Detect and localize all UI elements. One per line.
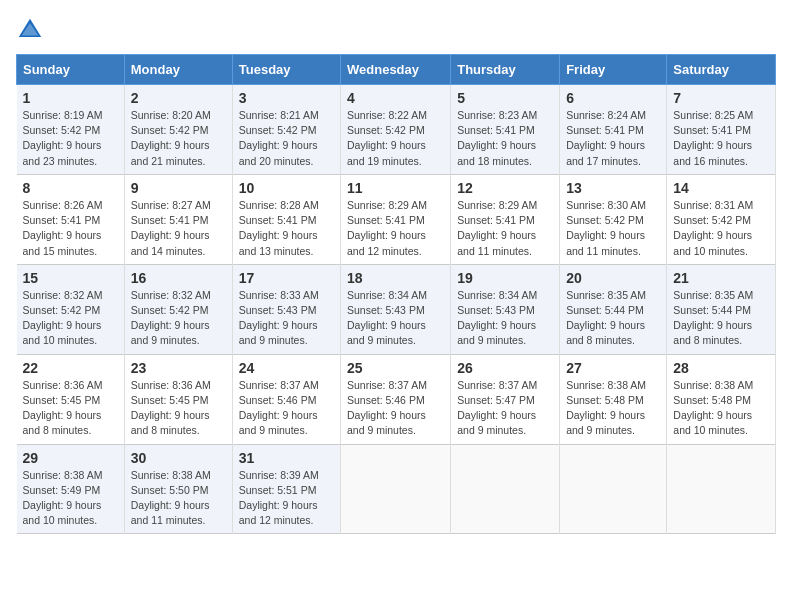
calendar-cell — [560, 444, 667, 534]
calendar-cell: 27Sunrise: 8:38 AM Sunset: 5:48 PM Dayli… — [560, 354, 667, 444]
day-number: 4 — [347, 90, 444, 106]
day-info: Sunrise: 8:37 AM Sunset: 5:46 PM Dayligh… — [239, 378, 334, 439]
weekday-header-saturday: Saturday — [667, 55, 776, 85]
calendar-cell: 26Sunrise: 8:37 AM Sunset: 5:47 PM Dayli… — [451, 354, 560, 444]
calendar-cell: 24Sunrise: 8:37 AM Sunset: 5:46 PM Dayli… — [232, 354, 340, 444]
day-number: 22 — [23, 360, 118, 376]
day-info: Sunrise: 8:28 AM Sunset: 5:41 PM Dayligh… — [239, 198, 334, 259]
calendar-cell: 7Sunrise: 8:25 AM Sunset: 5:41 PM Daylig… — [667, 85, 776, 175]
weekday-header-monday: Monday — [124, 55, 232, 85]
day-number: 7 — [673, 90, 769, 106]
calendar-cell: 28Sunrise: 8:38 AM Sunset: 5:48 PM Dayli… — [667, 354, 776, 444]
calendar-cell: 6Sunrise: 8:24 AM Sunset: 5:41 PM Daylig… — [560, 85, 667, 175]
calendar-cell: 18Sunrise: 8:34 AM Sunset: 5:43 PM Dayli… — [341, 264, 451, 354]
calendar-cell: 13Sunrise: 8:30 AM Sunset: 5:42 PM Dayli… — [560, 174, 667, 264]
calendar-cell: 10Sunrise: 8:28 AM Sunset: 5:41 PM Dayli… — [232, 174, 340, 264]
day-info: Sunrise: 8:25 AM Sunset: 5:41 PM Dayligh… — [673, 108, 769, 169]
day-number: 31 — [239, 450, 334, 466]
day-number: 3 — [239, 90, 334, 106]
day-number: 24 — [239, 360, 334, 376]
day-number: 8 — [23, 180, 118, 196]
calendar-cell: 25Sunrise: 8:37 AM Sunset: 5:46 PM Dayli… — [341, 354, 451, 444]
day-number: 6 — [566, 90, 660, 106]
day-info: Sunrise: 8:38 AM Sunset: 5:50 PM Dayligh… — [131, 468, 226, 529]
weekday-header-wednesday: Wednesday — [341, 55, 451, 85]
day-number: 28 — [673, 360, 769, 376]
day-info: Sunrise: 8:29 AM Sunset: 5:41 PM Dayligh… — [347, 198, 444, 259]
day-info: Sunrise: 8:30 AM Sunset: 5:42 PM Dayligh… — [566, 198, 660, 259]
day-number: 15 — [23, 270, 118, 286]
calendar-week-row: 15Sunrise: 8:32 AM Sunset: 5:42 PM Dayli… — [17, 264, 776, 354]
day-number: 16 — [131, 270, 226, 286]
day-info: Sunrise: 8:38 AM Sunset: 5:48 PM Dayligh… — [566, 378, 660, 439]
calendar-cell: 5Sunrise: 8:23 AM Sunset: 5:41 PM Daylig… — [451, 85, 560, 175]
day-info: Sunrise: 8:34 AM Sunset: 5:43 PM Dayligh… — [457, 288, 553, 349]
day-number: 26 — [457, 360, 553, 376]
logo — [16, 16, 48, 44]
day-info: Sunrise: 8:24 AM Sunset: 5:41 PM Dayligh… — [566, 108, 660, 169]
day-info: Sunrise: 8:34 AM Sunset: 5:43 PM Dayligh… — [347, 288, 444, 349]
day-info: Sunrise: 8:32 AM Sunset: 5:42 PM Dayligh… — [23, 288, 118, 349]
day-number: 2 — [131, 90, 226, 106]
weekday-header-thursday: Thursday — [451, 55, 560, 85]
calendar-cell: 19Sunrise: 8:34 AM Sunset: 5:43 PM Dayli… — [451, 264, 560, 354]
calendar-cell — [667, 444, 776, 534]
calendar-week-row: 22Sunrise: 8:36 AM Sunset: 5:45 PM Dayli… — [17, 354, 776, 444]
calendar-cell: 14Sunrise: 8:31 AM Sunset: 5:42 PM Dayli… — [667, 174, 776, 264]
day-number: 13 — [566, 180, 660, 196]
day-info: Sunrise: 8:20 AM Sunset: 5:42 PM Dayligh… — [131, 108, 226, 169]
calendar-cell: 15Sunrise: 8:32 AM Sunset: 5:42 PM Dayli… — [17, 264, 125, 354]
day-number: 17 — [239, 270, 334, 286]
calendar-cell — [341, 444, 451, 534]
weekday-header-sunday: Sunday — [17, 55, 125, 85]
weekday-header-tuesday: Tuesday — [232, 55, 340, 85]
calendar-cell: 31Sunrise: 8:39 AM Sunset: 5:51 PM Dayli… — [232, 444, 340, 534]
day-number: 30 — [131, 450, 226, 466]
calendar-table: SundayMondayTuesdayWednesdayThursdayFrid… — [16, 54, 776, 534]
day-info: Sunrise: 8:27 AM Sunset: 5:41 PM Dayligh… — [131, 198, 226, 259]
weekday-header-row: SundayMondayTuesdayWednesdayThursdayFrid… — [17, 55, 776, 85]
day-info: Sunrise: 8:32 AM Sunset: 5:42 PM Dayligh… — [131, 288, 226, 349]
calendar-cell: 4Sunrise: 8:22 AM Sunset: 5:42 PM Daylig… — [341, 85, 451, 175]
calendar-cell: 29Sunrise: 8:38 AM Sunset: 5:49 PM Dayli… — [17, 444, 125, 534]
day-number: 5 — [457, 90, 553, 106]
day-number: 23 — [131, 360, 226, 376]
weekday-header-friday: Friday — [560, 55, 667, 85]
day-info: Sunrise: 8:22 AM Sunset: 5:42 PM Dayligh… — [347, 108, 444, 169]
day-number: 18 — [347, 270, 444, 286]
day-info: Sunrise: 8:38 AM Sunset: 5:48 PM Dayligh… — [673, 378, 769, 439]
day-number: 12 — [457, 180, 553, 196]
page-header — [16, 16, 776, 44]
day-number: 1 — [23, 90, 118, 106]
calendar-cell: 3Sunrise: 8:21 AM Sunset: 5:42 PM Daylig… — [232, 85, 340, 175]
day-info: Sunrise: 8:26 AM Sunset: 5:41 PM Dayligh… — [23, 198, 118, 259]
day-number: 9 — [131, 180, 226, 196]
day-info: Sunrise: 8:37 AM Sunset: 5:46 PM Dayligh… — [347, 378, 444, 439]
day-info: Sunrise: 8:35 AM Sunset: 5:44 PM Dayligh… — [673, 288, 769, 349]
calendar-cell: 11Sunrise: 8:29 AM Sunset: 5:41 PM Dayli… — [341, 174, 451, 264]
day-info: Sunrise: 8:29 AM Sunset: 5:41 PM Dayligh… — [457, 198, 553, 259]
day-info: Sunrise: 8:35 AM Sunset: 5:44 PM Dayligh… — [566, 288, 660, 349]
logo-icon — [16, 16, 44, 44]
calendar-week-row: 29Sunrise: 8:38 AM Sunset: 5:49 PM Dayli… — [17, 444, 776, 534]
day-number: 10 — [239, 180, 334, 196]
day-info: Sunrise: 8:36 AM Sunset: 5:45 PM Dayligh… — [23, 378, 118, 439]
calendar-cell: 16Sunrise: 8:32 AM Sunset: 5:42 PM Dayli… — [124, 264, 232, 354]
day-info: Sunrise: 8:23 AM Sunset: 5:41 PM Dayligh… — [457, 108, 553, 169]
calendar-cell: 1Sunrise: 8:19 AM Sunset: 5:42 PM Daylig… — [17, 85, 125, 175]
day-number: 11 — [347, 180, 444, 196]
day-info: Sunrise: 8:33 AM Sunset: 5:43 PM Dayligh… — [239, 288, 334, 349]
day-info: Sunrise: 8:39 AM Sunset: 5:51 PM Dayligh… — [239, 468, 334, 529]
calendar-cell: 12Sunrise: 8:29 AM Sunset: 5:41 PM Dayli… — [451, 174, 560, 264]
day-info: Sunrise: 8:21 AM Sunset: 5:42 PM Dayligh… — [239, 108, 334, 169]
calendar-cell: 22Sunrise: 8:36 AM Sunset: 5:45 PM Dayli… — [17, 354, 125, 444]
calendar-week-row: 8Sunrise: 8:26 AM Sunset: 5:41 PM Daylig… — [17, 174, 776, 264]
day-number: 21 — [673, 270, 769, 286]
day-info: Sunrise: 8:19 AM Sunset: 5:42 PM Dayligh… — [23, 108, 118, 169]
day-number: 20 — [566, 270, 660, 286]
calendar-cell: 30Sunrise: 8:38 AM Sunset: 5:50 PM Dayli… — [124, 444, 232, 534]
day-info: Sunrise: 8:31 AM Sunset: 5:42 PM Dayligh… — [673, 198, 769, 259]
calendar-week-row: 1Sunrise: 8:19 AM Sunset: 5:42 PM Daylig… — [17, 85, 776, 175]
calendar-cell: 8Sunrise: 8:26 AM Sunset: 5:41 PM Daylig… — [17, 174, 125, 264]
day-number: 29 — [23, 450, 118, 466]
